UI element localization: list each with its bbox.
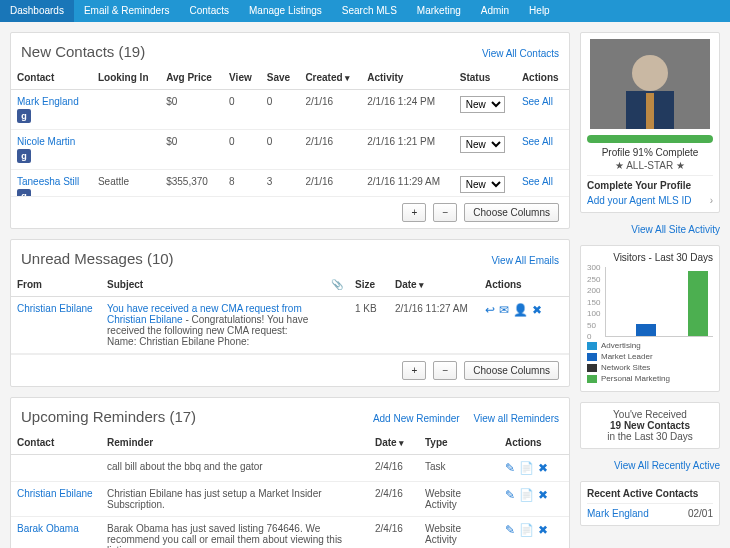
col-activity[interactable]: Activity [361, 66, 453, 90]
col-created[interactable]: Created [299, 66, 361, 90]
col-msg-actions: Actions [479, 273, 569, 297]
col-date[interactable]: Date [389, 273, 479, 297]
avatar [590, 39, 710, 129]
reminder-contact-link[interactable]: Barak Obama [17, 523, 79, 534]
btn-row-remove[interactable]: − [433, 361, 457, 380]
progress-bar [587, 135, 713, 143]
contact-name-link[interactable]: Nicole Martin [17, 136, 75, 147]
card-recent-active-contacts: Recent Active Contacts Mark England02/01 [580, 481, 720, 526]
recent-title: Recent Active Contacts [587, 488, 713, 499]
chart-bar [688, 271, 708, 336]
person-icon[interactable]: 👤 [513, 303, 528, 317]
list-item: Mark England02/01 [587, 503, 713, 519]
inbox-icon[interactable]: ✉ [499, 303, 509, 317]
chevron-right-icon: › [710, 195, 713, 206]
btn-choose-columns[interactable]: Choose Columns [464, 361, 559, 380]
link-view-all-site-activity[interactable]: View All Site Activity [631, 224, 720, 235]
delete-icon[interactable]: ✖ [532, 303, 542, 317]
reply-icon[interactable]: ↩ [485, 303, 495, 317]
panel-title-reminders: Upcoming Reminders (17) [21, 408, 196, 425]
panel-title-new-contacts: New Contacts (19) [21, 43, 145, 60]
source-icon: g [17, 149, 31, 163]
nav-contacts[interactable]: Contacts [180, 0, 239, 22]
panel-title-unread-messages: Unread Messages (10) [21, 250, 174, 267]
nav-dashboards[interactable]: Dashboards [0, 0, 74, 22]
delete-icon[interactable]: ✖ [538, 461, 548, 475]
col-actions: Actions [516, 66, 569, 90]
card-new-contacts-summary: You've Received 19 New Contacts in the L… [580, 402, 720, 449]
col-r-type[interactable]: Type [419, 431, 499, 455]
btn-choose-columns[interactable]: Choose Columns [464, 203, 559, 222]
nav-help[interactable]: Help [519, 0, 560, 22]
svg-rect-3 [646, 93, 654, 129]
edit-icon[interactable]: ✎ [505, 488, 515, 502]
profile-percent: Profile 91% Complete [587, 147, 713, 158]
link-add-mls-id[interactable]: Add your Agent MLS ID › [587, 195, 713, 206]
complete-profile-header: Complete Your Profile [587, 175, 713, 191]
nav-email-reminders[interactable]: Email & Reminders [74, 0, 180, 22]
col-looking-in[interactable]: Looking In [92, 66, 160, 90]
col-save[interactable]: Save [261, 66, 300, 90]
message-from-link[interactable]: Christian Ebilane [17, 303, 93, 314]
table-row: Mark Englandg$0002/1/162/1/16 1:24 PMNew… [11, 90, 569, 130]
nav-marketing[interactable]: Marketing [407, 0, 471, 22]
table-row: Barak ObamaBarak Obama has just saved li… [11, 517, 569, 549]
table-row: Christian EbilaneChristian Ebilane has j… [11, 482, 569, 517]
status-select[interactable]: New [460, 136, 505, 153]
table-row: call bill about the bbq and the gator2/4… [11, 455, 569, 482]
nav-manage-listings[interactable]: Manage Listings [239, 0, 332, 22]
link-see-all[interactable]: See All [522, 136, 553, 147]
table-reminders: Contact Reminder Date Type Actions call … [11, 431, 569, 548]
chart-title: Visitors - Last 30 Days [587, 252, 713, 263]
col-from[interactable]: From [11, 273, 101, 297]
edit-icon[interactable]: ✎ [505, 523, 515, 537]
col-r-contact[interactable]: Contact [11, 431, 101, 455]
btn-row-remove[interactable]: − [433, 203, 457, 222]
legend-item: Advertising [587, 341, 713, 350]
contact-name-link[interactable]: Taneesha Still [17, 176, 79, 187]
col-subject[interactable]: Subject [101, 273, 325, 297]
delete-icon[interactable]: ✖ [538, 488, 548, 502]
col-attachment[interactable] [325, 273, 349, 297]
contact-name-link[interactable]: Mark England [17, 96, 79, 107]
link-add-new-reminder[interactable]: Add New Reminder [373, 413, 460, 424]
table-unread-messages: From Subject Size Date Actions Christian… [11, 273, 569, 354]
panel-upcoming-reminders: Upcoming Reminders (17) Add New Reminder… [10, 397, 570, 548]
link-view-all-reminders[interactable]: View all Reminders [474, 413, 559, 424]
note-icon[interactable]: 📄 [519, 461, 534, 475]
legend-item: Personal Marketing [587, 374, 713, 383]
btn-row-add[interactable]: + [402, 203, 426, 222]
edit-icon[interactable]: ✎ [505, 461, 515, 475]
status-select[interactable]: New [460, 176, 505, 193]
top-nav: DashboardsEmail & RemindersContactsManag… [0, 0, 730, 22]
link-view-all-contacts[interactable]: View All Contacts [482, 48, 559, 59]
status-select[interactable]: New [460, 96, 505, 113]
col-r-actions: Actions [499, 431, 569, 455]
col-avg-price[interactable]: Avg Price [160, 66, 223, 90]
recent-contact-link[interactable]: Mark England [587, 508, 649, 519]
col-view[interactable]: View [223, 66, 261, 90]
nav-search-mls[interactable]: Search MLS [332, 0, 407, 22]
btn-row-add[interactable]: + [402, 361, 426, 380]
note-icon[interactable]: 📄 [519, 488, 534, 502]
card-profile: Profile 91% Complete ★ ALL-STAR ★ Comple… [580, 32, 720, 213]
col-r-reminder[interactable]: Reminder [101, 431, 369, 455]
chart-bar [636, 324, 656, 336]
link-view-all-emails[interactable]: View All Emails [491, 255, 559, 266]
panel-new-contacts: New Contacts (19) View All Contacts Cont… [10, 32, 570, 229]
link-view-all-recently-active[interactable]: View All Recently Active [614, 460, 720, 471]
link-see-all[interactable]: See All [522, 96, 553, 107]
reminder-contact-link[interactable]: Christian Ebilane [17, 488, 93, 499]
delete-icon[interactable]: ✖ [538, 523, 548, 537]
table-row: Taneesha StillgSeattle$355,370832/1/162/… [11, 170, 569, 197]
nav-admin[interactable]: Admin [471, 0, 519, 22]
link-see-all[interactable]: See All [522, 176, 553, 187]
col-r-date[interactable]: Date [369, 431, 419, 455]
table-row: Nicole Marting$0002/1/162/1/16 1:21 PMNe… [11, 130, 569, 170]
note-icon[interactable]: 📄 [519, 523, 534, 537]
source-icon: g [17, 109, 31, 123]
svg-point-1 [632, 55, 668, 91]
col-status[interactable]: Status [454, 66, 516, 90]
col-contact[interactable]: Contact [11, 66, 92, 90]
col-size[interactable]: Size [349, 273, 389, 297]
